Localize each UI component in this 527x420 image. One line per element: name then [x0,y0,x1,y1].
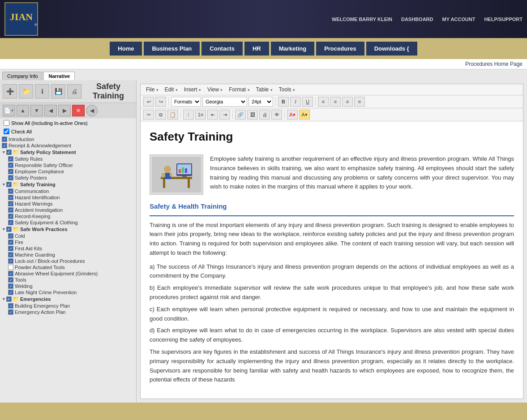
align-right-button[interactable]: ≡ [342,97,353,107]
tab-company-info[interactable]: Company Info [2,72,43,80]
info-button[interactable]: ℹ [35,84,49,99]
nav-hr[interactable]: HR [244,42,269,56]
tree-item-lockout[interactable]: ✓Lock-out / Block-out Procedures [0,258,136,264]
checkbox-icon: ✓ [8,189,13,194]
outdent-button[interactable]: ⇤ [207,110,218,120]
redo-button[interactable]: ↪ [155,97,166,107]
tree-item-safety_equip[interactable]: ✓Safety Equipment & Clothing [0,219,136,226]
align-left-button[interactable]: ≡ [318,97,329,107]
checkbox-icon: ✓ [8,283,13,289]
logo-reg: ® [34,23,37,27]
toolbar-row1: ➕ 📁 ℹ 💾 🖨 Safety Training [0,80,136,103]
tree-item-machine_guard[interactable]: ✓Machine Guarding [0,252,136,258]
nav-downloads[interactable]: Downloads { [366,42,417,56]
font-size-dropdown[interactable]: 24pt [249,97,273,107]
menu-file[interactable]: File ▾ [143,86,161,94]
tree-item-record_keep[interactable]: ✓Record-Keeping [0,213,136,219]
bullets-button[interactable]: ⁝ [183,110,194,120]
tree-item-emergencies[interactable]: ▼✓📁Emergencies [0,296,136,303]
nav-home[interactable]: Home [110,42,142,56]
font-color-button[interactable]: A▾ [287,110,298,120]
editor-toolbar2: ✂ ⧉ 📋 ⁝ 1≡ ⇤ ⇥ 🔗 🖼 🖨 👁 A▾ A▾ [141,108,523,121]
tree-item-abrasive[interactable]: ✓Abrasive Wheel Equipment (Grinders) [0,270,136,277]
tree-item-safety_training[interactable]: ▼✓📁Safety Training [0,181,136,188]
menu-tools[interactable]: Tools ▾ [276,86,298,94]
back-button[interactable]: ◀ [44,105,57,116]
copy-button[interactable]: ⧉ [155,110,166,120]
nav-procedures[interactable]: Procedures [316,42,364,56]
show-all-checkbox[interactable] [4,120,9,126]
tree-item-fire[interactable]: ✓Fire [0,239,136,245]
tree-item-safe_work[interactable]: ▼✓📁Safe Work Practices [0,226,136,233]
nav-marketing[interactable]: Marketing [271,42,314,56]
bold-button[interactable]: B [278,97,289,107]
nav-contacts[interactable]: Contacts [201,42,243,56]
forward-button[interactable]: ▶ [58,105,71,116]
tree-label: Introduction [9,137,34,142]
tree-item-intro[interactable]: ✓Introduction [0,136,136,142]
image-button[interactable]: 🖼 [247,110,258,120]
tree-label: Record-Keeping [15,214,51,219]
nav-business-plan[interactable]: Business Plan [144,42,200,56]
move-up-button[interactable]: ▲ [17,105,29,116]
dashboard-link[interactable]: DASHBOARD [401,17,433,22]
tree-item-powder[interactable]: Powder Actuated Tools [0,264,136,270]
preview-button[interactable]: 👁 [271,110,282,120]
font-family-dropdown[interactable]: Georgia [202,97,247,107]
add-button[interactable]: ➕ [3,84,17,99]
tree-item-emergency_action[interactable]: ✓Emergency Action Plan [0,309,136,315]
tree-item-tools[interactable]: ✓Tools [0,277,136,283]
menu-format[interactable]: Format ▾ [226,86,252,94]
bg-color-button[interactable]: A▾ [299,110,310,120]
tree-item-safety_rules[interactable]: ✓Safety Rules [0,156,136,162]
italic-button[interactable]: I [290,97,301,107]
folder-button[interactable]: 📁 [19,84,33,99]
delete-button[interactable]: ✕ [72,105,85,116]
tree-item-emp_compliance[interactable]: ✓Employee Compliance [0,168,136,175]
tree-item-bldg_emergency[interactable]: ✓Building Emergency Plan [0,303,136,309]
my-account-link[interactable]: MY ACCOUNT [442,17,475,22]
menu-edit[interactable]: Edit ▾ [162,86,180,94]
cut-button[interactable]: ✂ [143,110,154,120]
tree-item-receipt[interactable]: ✓Receipt & Acknowledgement [0,142,136,149]
align-justify-button[interactable]: ≡ [354,97,365,107]
move-down-button[interactable]: ▼ [30,105,43,116]
editor-content[interactable]: Safety Training [141,121,523,399]
circle-nav-button[interactable]: ◀ [86,105,98,116]
indent-button[interactable]: ⇥ [219,110,230,120]
tree-item-safety_posters[interactable]: ✓Safety Posters [0,175,136,181]
checkbox-icon: ✓ [8,175,13,180]
print2-button[interactable]: 🖨 [259,110,270,120]
print-button[interactable]: 🖨 [67,84,81,99]
link-button[interactable]: 🔗 [235,110,246,120]
formats-dropdown[interactable]: Formats [171,97,201,107]
tree-item-hazard_id[interactable]: ✓Hazard Identification [0,194,136,201]
underline-button[interactable]: U [302,97,313,107]
breadcrumb-text: Procedures Home Page [465,61,523,67]
check-all-checkbox[interactable] [4,129,9,134]
save-button[interactable]: 💾 [51,84,65,99]
menu-table[interactable]: Table ▾ [253,86,275,94]
tree-item-safety_policy[interactable]: ▼✓📁Safety Policy Statement [0,149,136,156]
main-nav: Home Business Plan Contacts HR Marketing… [0,38,527,59]
numbered-list-button[interactable]: 1≡ [195,110,206,120]
tree-item-communication[interactable]: ✓Communication [0,188,136,194]
editor-panel: File ▾ Edit ▾ Insert ▾ View ▾ Format ▾ T… [140,84,523,399]
undo-button[interactable]: ↩ [143,97,154,107]
logo[interactable]: JIAN ® [4,2,38,36]
expand-icon: ▼ [2,182,6,187]
tab-narrative[interactable]: Narrative [43,72,75,80]
tree-item-accident_inv[interactable]: ✓Accident Investigation [0,207,136,213]
help-support-link[interactable]: HELP/SUPPORT [484,17,523,22]
tree-item-first_aid[interactable]: ✓First Aid Kits [0,245,136,252]
menu-view[interactable]: View ▾ [205,86,225,94]
tree-item-late_night[interactable]: ✓Late Night Crime Prevention [0,289,136,296]
align-center-button[interactable]: ≡ [330,97,341,107]
tree-item-cold[interactable]: ✓Cold [0,233,136,239]
menu-insert[interactable]: Insert ▾ [181,86,204,94]
tree-item-hazard_warn[interactable]: ✓Hazard Warnings [0,201,136,207]
add-item-button[interactable]: 📄+ [3,105,15,116]
tree-item-resp_safety[interactable]: ✓Responsible Safety Officer [0,162,136,168]
tree-item-welding[interactable]: ✓Welding [0,283,136,289]
paste-button[interactable]: 📋 [167,110,178,120]
